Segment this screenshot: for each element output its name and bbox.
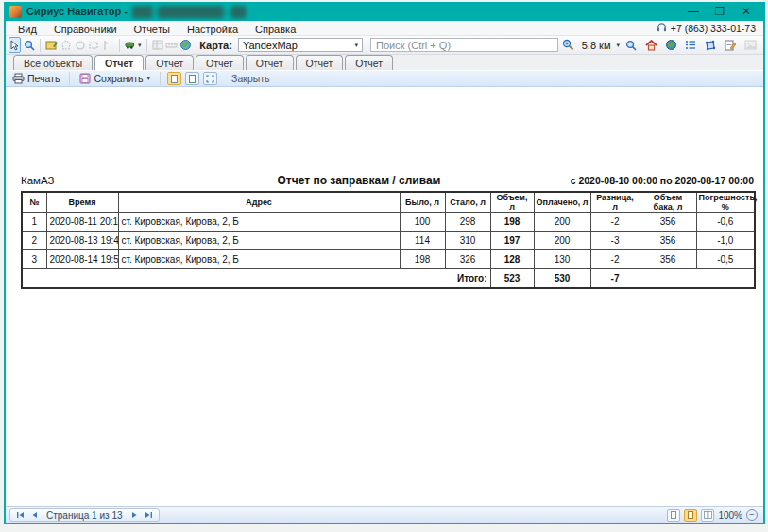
tab-2[interactable]: Отчет <box>145 55 194 70</box>
menu-item-4[interactable]: Справка <box>247 24 304 35</box>
column-header: Адрес <box>118 192 400 213</box>
toolbar-separator <box>119 39 120 52</box>
table-cell: 3 <box>22 250 46 269</box>
tab-0[interactable]: Все объекты <box>13 55 93 70</box>
table-cell: 114 <box>400 232 445 250</box>
menu-item-3[interactable]: Настройка <box>179 24 247 35</box>
tab-6[interactable]: Отчет <box>345 55 393 70</box>
table-icon[interactable] <box>151 37 163 53</box>
title-bar: Сириус Навигатор - ███ «██████████» (██)… <box>6 2 763 21</box>
total-cell: Итого: <box>22 269 490 288</box>
tab-3[interactable]: Отчет <box>196 55 244 70</box>
ruler-icon[interactable] <box>165 37 178 53</box>
zoom-out-button[interactable]: − <box>746 509 758 521</box>
view-single-page-button[interactable] <box>167 72 181 85</box>
table-row: 22020-08-13 19:41ст. Кировская, Кирова, … <box>22 232 755 250</box>
support-phone: +7 (863) 333-01-73 <box>657 23 759 34</box>
magnifier-icon[interactable] <box>623 37 640 53</box>
total-cell: 523 <box>490 269 534 288</box>
save-dropdown-arrow[interactable]: ▾ <box>147 75 151 82</box>
status-bar: Страница 1 из 13 100% − <box>6 506 763 523</box>
app-logo-icon <box>9 6 22 18</box>
area-icon[interactable] <box>702 37 719 53</box>
column-header: Разница, л <box>590 192 640 213</box>
table-cell: ст. Кировская, Кирова, 2, Б <box>118 232 400 250</box>
search-input[interactable] <box>370 38 558 52</box>
map-select-value: YandexMap <box>243 40 298 51</box>
polygon-icon[interactable] <box>60 37 72 53</box>
save-icon <box>79 73 91 84</box>
scale-dropdown-arrow[interactable]: ▾ <box>616 42 620 49</box>
map-select[interactable]: YandexMap ▾ <box>238 38 363 52</box>
table-header-row: №ВремяАдресБыло, лСтало, лОбъем, лОплаче… <box>22 192 755 213</box>
list-icon[interactable] <box>682 37 699 53</box>
print-button[interactable]: Печать <box>9 73 62 84</box>
menu-item-2[interactable]: Отчёты <box>126 24 179 35</box>
globe-layers-icon[interactable] <box>179 37 192 53</box>
total-cell: -7 <box>590 269 640 288</box>
prev-page-button[interactable] <box>28 509 41 521</box>
maximize-button[interactable]: ❒ <box>707 3 733 20</box>
fit-arrows-icon <box>206 75 214 83</box>
flag-icon[interactable] <box>102 37 114 53</box>
save-button[interactable]: Сохранить ▾ <box>77 73 153 84</box>
table-cell: 356 <box>640 250 696 269</box>
layout-continuous-button[interactable] <box>684 509 697 522</box>
table-cell: 2020-08-14 19:52 <box>46 250 118 269</box>
table-cell: 310 <box>445 232 490 250</box>
table-cell: 2020-08-11 20:15 <box>46 213 118 232</box>
menu-bar: ВидСправочникиОтчётыНастройкаСправка +7 … <box>6 21 763 36</box>
map-scale-value[interactable]: 5.8 км <box>582 40 611 51</box>
last-page-button[interactable] <box>143 509 155 521</box>
pointer-icon[interactable] <box>9 37 21 53</box>
menu-item-1[interactable]: Справочники <box>45 24 126 35</box>
zoom-in-icon[interactable] <box>560 37 577 53</box>
table-cell: -2 <box>590 250 640 269</box>
view-green-page-button[interactable] <box>185 72 199 85</box>
next-page-button[interactable] <box>128 509 141 521</box>
circle-icon[interactable] <box>74 37 86 53</box>
note-edit-icon[interactable] <box>722 37 739 53</box>
first-page-button[interactable] <box>14 509 26 521</box>
headset-icon <box>657 23 667 33</box>
table-row: 32020-08-14 19:52ст. Кировская, Кирова, … <box>22 250 755 269</box>
tab-5[interactable]: Отчет <box>296 55 344 70</box>
close-button[interactable]: ✕ <box>733 3 759 20</box>
total-cell <box>640 269 755 288</box>
tab-4[interactable]: Отчет <box>246 55 294 70</box>
printer-icon <box>12 73 25 84</box>
window-title: Сириус Навигатор - <box>26 6 128 17</box>
image-icon[interactable] <box>742 37 759 53</box>
globe-icon[interactable] <box>662 37 679 53</box>
toolbar-separator <box>160 72 161 85</box>
menu-item-0[interactable]: Вид <box>9 24 45 35</box>
column-header: № <box>22 192 46 213</box>
column-header: Погрешность, % <box>696 192 755 213</box>
layout-single-button[interactable] <box>667 509 680 522</box>
column-header: Время <box>46 192 118 213</box>
report-period: с 2020-08-10 00:00 по 2020-08-17 00:00 <box>537 175 754 186</box>
report-page: КамАЗ Отчет по заправкам / сливам с 2020… <box>6 87 763 506</box>
layout-facing-button[interactable] <box>701 509 714 522</box>
table-cell: 130 <box>534 250 590 269</box>
column-header: Объем бака, л <box>640 192 696 213</box>
report-vehicle: КамАЗ <box>21 175 181 186</box>
total-cell: 530 <box>534 269 590 288</box>
minimize-button[interactable]: — <box>680 3 707 20</box>
tab-1[interactable]: Отчет <box>94 55 144 70</box>
home-icon[interactable] <box>642 37 659 53</box>
magnifier-icon[interactable] <box>23 37 35 53</box>
zoom-level: 100% <box>718 510 742 521</box>
close-report-button[interactable]: Закрыть <box>229 73 272 84</box>
table-cell: 197 <box>490 232 534 250</box>
map-edit-icon[interactable] <box>45 37 58 53</box>
column-header: Стало, л <box>445 192 490 213</box>
table-cell: -2 <box>590 213 640 232</box>
vehicle-icon[interactable]: ▾ <box>125 37 142 53</box>
vehicle-dropdown-arrow[interactable]: ▾ <box>138 42 142 49</box>
rectangle-icon[interactable] <box>88 37 100 53</box>
view-fit-page-button[interactable] <box>203 72 217 85</box>
report-table: №ВремяАдресБыло, лСтало, лОбъем, лОплаче… <box>21 191 756 289</box>
report-title: Отчет по заправкам / сливам <box>181 174 537 187</box>
map-label: Карта: <box>199 40 232 51</box>
